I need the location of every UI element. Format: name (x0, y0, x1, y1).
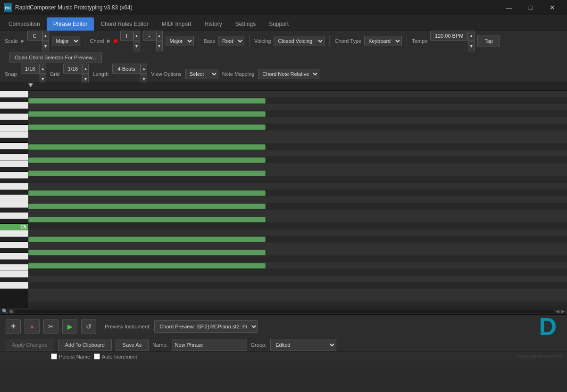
grid-row-11[interactable] (28, 163, 567, 170)
grid-row-10[interactable] (28, 157, 567, 163)
piano-key-D#5[interactable] (0, 208, 28, 212)
record-button[interactable]: ● (25, 319, 40, 334)
tab-midi-import[interactable]: MIDI Import (155, 17, 198, 31)
note-block-15[interactable] (28, 190, 266, 196)
grid-row-13[interactable] (28, 177, 567, 183)
snap-input[interactable] (21, 64, 40, 74)
voicing-select[interactable]: Closed Voicing (274, 36, 325, 46)
tab-phrase-editor[interactable]: Phrase Editor (47, 17, 94, 31)
scroll-left-icon[interactable]: 🔍 (2, 309, 8, 314)
piano-key-E6[interactable] (0, 131, 28, 138)
window-controls[interactable]: — □ ✕ (498, 0, 563, 15)
piano-key-G6[interactable] (0, 114, 28, 120)
tempo-down[interactable]: ▼ (468, 41, 475, 51)
piano-key-A5[interactable] (0, 172, 28, 179)
grid-row-20[interactable] (28, 223, 567, 229)
cut-button[interactable]: ✂ (43, 319, 58, 334)
maximize-button[interactable]: □ (520, 0, 542, 15)
apply-changes-button[interactable]: Apply Changes (5, 339, 54, 351)
piano-key-D#6[interactable] (0, 138, 28, 143)
grid-row-2[interactable] (28, 104, 567, 111)
grid-row-4[interactable] (28, 117, 567, 124)
view-options-select[interactable]: Select (185, 69, 218, 79)
grid-row-9[interactable] (28, 150, 567, 157)
piano-key-B5[interactable] (0, 161, 28, 167)
preview-instrument-select[interactable]: Chord Preview: [SF2] RCPiano.sf2: Piano (154, 320, 258, 333)
grid-row-12[interactable] (28, 170, 567, 177)
piano-key-G4[interactable] (0, 253, 28, 260)
note-block-17[interactable] (28, 204, 266, 209)
note-block-24[interactable] (28, 250, 266, 255)
auto-increment-checkbox[interactable] (94, 353, 100, 359)
scale-type-select[interactable]: Major (52, 36, 80, 46)
grid-row-21[interactable] (28, 229, 567, 236)
piano-key-G#4[interactable] (0, 248, 28, 253)
snap-up[interactable]: ▲ (40, 64, 46, 74)
length-input[interactable] (112, 64, 141, 74)
chord-spinner[interactable]: ▲ ▼ (120, 31, 140, 51)
grid-row-28[interactable] (28, 276, 567, 282)
piano-key-B6[interactable] (0, 91, 28, 98)
tab-settings[interactable]: Settings (229, 17, 262, 31)
tempo-up[interactable]: ▲ (468, 31, 475, 41)
tab-composition[interactable]: Composition (2, 17, 47, 31)
grid-spinner[interactable]: ▲ ▼ (63, 64, 89, 84)
piano-key-G5[interactable] (0, 183, 28, 190)
grid-row-14[interactable] (28, 183, 567, 190)
grid-row-32[interactable] (28, 302, 567, 308)
chord-dash-spinner[interactable]: ▲ ▼ (143, 31, 163, 51)
grid-row-30[interactable] (28, 289, 567, 295)
snap-spinner[interactable]: ▲ ▼ (21, 64, 46, 84)
piano-key-D#4[interactable] (0, 278, 28, 282)
grid-row-0[interactable] (28, 91, 567, 98)
note-block-3[interactable] (28, 111, 266, 117)
note-block-26[interactable] (28, 263, 266, 269)
minimize-button[interactable]: — (498, 0, 520, 15)
chord-down[interactable]: ▼ (133, 41, 140, 51)
grid-row-22[interactable] (28, 236, 567, 243)
grid-row-26[interactable] (28, 262, 567, 269)
chord-dash-input[interactable] (143, 31, 156, 41)
length-up[interactable]: ▲ (141, 64, 147, 74)
piano-key-C5[interactable]: C5 (0, 224, 28, 230)
grid-row-6[interactable] (28, 131, 567, 137)
grid-row-5[interactable] (28, 124, 567, 131)
tap-button[interactable]: Tap (477, 35, 500, 47)
save-as-button[interactable]: Save As (116, 339, 149, 351)
grid-input[interactable] (63, 64, 82, 74)
scroll-track[interactable] (15, 310, 554, 313)
grid-row-3[interactable] (28, 111, 567, 117)
piano-key-F6[interactable] (0, 125, 28, 131)
chord-up[interactable]: ▲ (133, 31, 140, 41)
piano-key-F4[interactable] (0, 264, 28, 271)
chord-dash-down[interactable]: ▼ (156, 41, 163, 51)
horizontal-scrollbar[interactable]: 🔍 ◀ ▶ (0, 308, 567, 314)
piano-key-E5[interactable] (0, 201, 28, 208)
grid-up[interactable]: ▲ (82, 64, 89, 74)
close-button[interactable]: ✕ (542, 0, 563, 15)
play-button[interactable]: ▶ (62, 319, 77, 334)
piano-key-D4[interactable] (0, 282, 28, 289)
scale-spinner[interactable]: ▲ ▼ (27, 31, 49, 51)
piano-key-B4[interactable] (0, 230, 28, 237)
scale-up[interactable]: ▲ (42, 31, 49, 41)
grid-row-27[interactable] (28, 269, 567, 276)
piano-key-G#5[interactable] (0, 179, 28, 183)
piano-key-F#6[interactable] (0, 120, 28, 125)
grid-row-31[interactable] (28, 295, 567, 302)
piano-key-F5[interactable] (0, 195, 28, 201)
piano-key-F#5[interactable] (0, 190, 28, 195)
tempo-input[interactable] (430, 31, 468, 41)
grid-row-8[interactable] (28, 144, 567, 150)
piano-key-D6[interactable] (0, 143, 28, 149)
note-block-8[interactable] (28, 144, 266, 150)
add-button[interactable]: + (6, 319, 21, 334)
piano-key-A#4[interactable] (0, 237, 28, 242)
chord-input[interactable] (120, 31, 133, 41)
add-to-clipboard-button[interactable]: Add To Clipboard (58, 339, 112, 351)
chord-type-select[interactable]: Major (166, 36, 194, 46)
piano-key-A4[interactable] (0, 242, 28, 248)
note-block-5[interactable] (28, 124, 266, 130)
bass-select[interactable]: Root (218, 36, 244, 46)
loop-button[interactable]: ↺ (81, 319, 96, 334)
